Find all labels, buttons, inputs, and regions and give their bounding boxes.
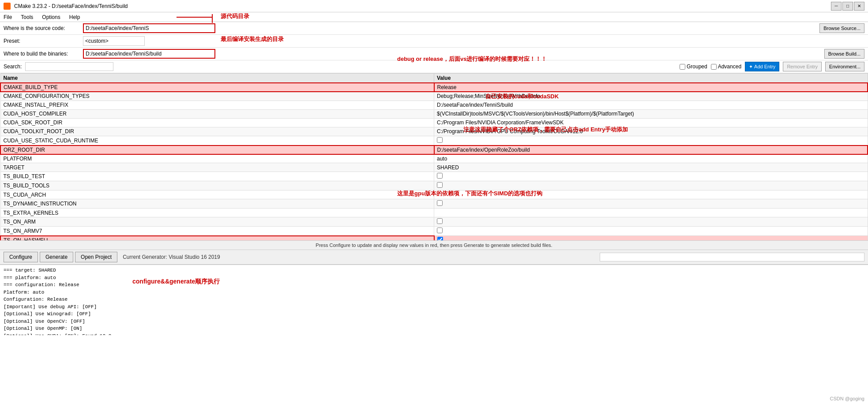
cell-value[interactable] — [434, 236, 868, 241]
menu-tools[interactable]: Tools — [19, 13, 35, 21]
log-line: Configuration: Release — [4, 296, 864, 303]
table-row: CUDA_HOST_COMPILER$(VCInstallDir)tools/M… — [0, 109, 868, 118]
cmake-table: Name Value CMAKE_BUILD_TYPEReleaseCMAKE_… — [0, 73, 868, 241]
log-line: === configuration: Release — [4, 281, 864, 289]
log-line: [Optional] Use Winograd: [OFF] — [4, 310, 864, 318]
table-row: CUDA_USE_STATIC_CUDA_RUNTIME — [0, 136, 868, 146]
table-row: TS_EXTRA_KERNELS — [0, 209, 868, 217]
cell-value: auto — [434, 154, 868, 163]
cmake-table-container: Name Value CMAKE_BUILD_TYPEReleaseCMAKE_… — [0, 73, 868, 241]
menu-bar: File Tools Options Help — [0, 12, 868, 22]
cell-name: CUDA_SDK_ROOT_DIR — [0, 118, 434, 127]
advanced-checkbox-label[interactable]: Advanced — [711, 63, 741, 70]
cell-value[interactable] — [434, 217, 868, 227]
bottom-toolbar: Configure Generate Open Project Current … — [0, 250, 868, 265]
log-area: === target: SHARED=== platform: auto=== … — [0, 265, 868, 335]
row-checkbox[interactable] — [437, 137, 443, 143]
close-button[interactable]: ✕ — [854, 2, 864, 11]
advanced-checkbox[interactable] — [711, 64, 717, 70]
log-line: === platform: auto — [4, 274, 864, 282]
row-checkbox[interactable] — [437, 173, 443, 179]
table-row: CUDA_SDK_ROOT_DIRC:/Program Files/NVIDIA… — [0, 118, 868, 127]
title-bar-text: CMake 3.23.2 - D:/seetaFace/index/TenniS… — [14, 3, 128, 9]
table-row: PLATFORMauto — [0, 154, 868, 163]
cell-name: TS_BUILD_TOOLS — [0, 181, 434, 190]
cell-name: TARGET — [0, 163, 434, 172]
cell-name: CMAKE_CONFIGURATION_TYPES — [0, 92, 434, 101]
cell-value: SHARED — [434, 163, 868, 172]
cell-name: CUDA_TOOLKIT_ROOT_DIR — [0, 127, 434, 136]
search-input[interactable] — [25, 62, 113, 71]
window-controls: ─ □ ✕ — [831, 2, 864, 11]
menu-options[interactable]: Options — [40, 13, 62, 21]
log-line: [Optional] Use OpenMP: [ON] — [4, 325, 864, 332]
generate-button[interactable]: Generate — [40, 252, 73, 262]
log-line: [Important] Use debug API: [OFF] — [4, 303, 864, 311]
col-header-value: Value — [434, 74, 868, 83]
table-row: TARGETSHARED — [0, 163, 868, 172]
open-project-button[interactable]: Open Project — [75, 252, 117, 262]
browse-source-button[interactable]: Browse Source... — [819, 23, 864, 33]
status-bar: Press Configure to update and display ne… — [0, 241, 868, 250]
generator-search-input[interactable] — [600, 253, 864, 261]
search-label: Search: — [4, 63, 22, 70]
cell-value[interactable] — [434, 181, 868, 190]
cell-name: CUDA_HOST_COMPILER — [0, 109, 434, 118]
table-row: CUDA_TOOLKIT_ROOT_DIRC:/Program Files/NV… — [0, 127, 868, 136]
preset-row: Preset: — [0, 35, 868, 48]
add-entry-button[interactable]: ✦ Add Entry — [745, 62, 779, 71]
environment-button[interactable]: Environment... — [825, 62, 864, 71]
row-checkbox[interactable] — [437, 182, 443, 188]
remove-entry-button[interactable]: Remove Entry — [783, 62, 822, 71]
watermark: CSDN @goging — [830, 396, 864, 401]
table-row: CMAKE_CONFIGURATION_TYPESDebug;Release;M… — [0, 92, 868, 101]
table-row: TS_DYNAMIC_INSTRUCTION — [0, 199, 868, 209]
table-row: TS_ON_ARMV7 — [0, 227, 868, 236]
cell-value: $(VCInstallDir)tools/MSVC/$(VCToolsVersi… — [434, 109, 868, 118]
table-row: TS_BUILD_TOOLS — [0, 181, 868, 190]
log-line: === target: SHARED — [4, 267, 864, 274]
cell-value: C:/Program Files/NVIDIA Corporation/Fram… — [434, 118, 868, 127]
build-label: Where to build the binaries: — [4, 51, 83, 57]
preset-input[interactable] — [83, 36, 145, 46]
cell-name: TS_ON_HASWELL — [0, 236, 434, 241]
row-checkbox[interactable] — [437, 237, 443, 241]
build-input[interactable] — [83, 49, 215, 59]
cell-name: PLATFORM — [0, 154, 434, 163]
table-row: TS_ON_HASWELL — [0, 236, 868, 241]
grouped-checkbox[interactable] — [680, 64, 685, 70]
source-code-row: Where is the source code: Browse Source.… — [0, 22, 868, 35]
cell-name: CMAKE_BUILD_TYPE — [0, 83, 434, 92]
cell-value[interactable] — [434, 172, 868, 181]
source-label: Where is the source code: — [4, 25, 83, 31]
log-line: Platform: auto — [4, 289, 864, 296]
log-line: [Optional] Use OpenCV: [OFF] — [4, 318, 864, 325]
row-checkbox[interactable] — [437, 200, 443, 206]
menu-help[interactable]: Help — [68, 13, 82, 21]
cell-name: CUDA_USE_STATIC_CUDA_RUNTIME — [0, 136, 434, 146]
cell-value[interactable] — [434, 136, 868, 146]
table-row: TS_ON_ARM — [0, 217, 868, 227]
table-row: CMAKE_BUILD_TYPERelease — [0, 83, 868, 92]
cell-value: C:/Program Files/NVIDIA GPU Computing To… — [434, 127, 868, 136]
preset-label: Preset: — [4, 38, 83, 44]
table-row: CMAKE_INSTALL_PREFIXD:/seetaFace/index/T… — [0, 101, 868, 109]
source-input[interactable] — [83, 23, 215, 33]
browse-build-button[interactable]: Browse Build... — [824, 49, 864, 59]
cell-name: ORZ_ROOT_DIR — [0, 146, 434, 154]
menu-file[interactable]: File — [2, 13, 14, 21]
maximize-button[interactable]: □ — [842, 2, 853, 11]
configure-button[interactable]: Configure — [4, 252, 38, 262]
cell-value: Release — [434, 83, 868, 92]
cell-value[interactable] — [434, 199, 868, 209]
cell-value — [434, 190, 868, 199]
minimize-button[interactable]: ─ — [831, 2, 842, 11]
app-icon — [4, 3, 11, 10]
cell-value[interactable] — [434, 227, 868, 236]
cell-name: TS_ON_ARM — [0, 217, 434, 227]
row-checkbox[interactable] — [437, 228, 443, 233]
cell-value: Debug;Release;MinSizeRel;RelWithDebInfo — [434, 92, 868, 101]
grouped-checkbox-label[interactable]: Grouped — [680, 63, 707, 70]
row-checkbox[interactable] — [437, 218, 443, 224]
add-icon: ✦ — [749, 64, 753, 70]
